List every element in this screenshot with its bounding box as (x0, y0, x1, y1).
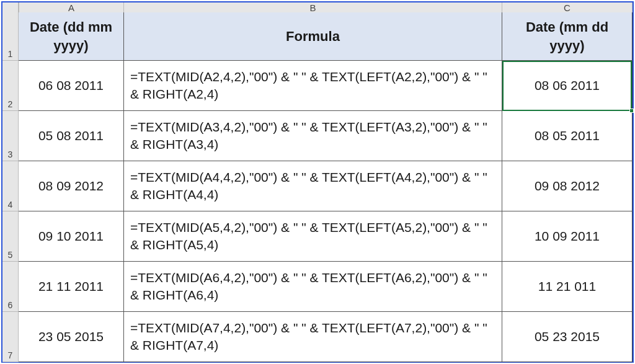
cell-C1[interactable]: Date (mm dd yyyy) (502, 12, 633, 61)
cell-B5[interactable]: =TEXT(MID(A5,4,2),"00") & " " & TEXT(LEF… (124, 211, 502, 262)
cell-A1[interactable]: Date (dd mm yyyy) (19, 12, 124, 61)
row-header-2[interactable]: 2 (2, 61, 19, 111)
cell-C6[interactable]: 11 21 011 (502, 262, 633, 312)
cell-B1[interactable]: Formula (124, 12, 502, 61)
cell-A2[interactable]: 06 08 2011 (19, 61, 124, 111)
cell-B2[interactable]: =TEXT(MID(A2,4,2),"00") & " " & TEXT(LEF… (124, 61, 502, 111)
cell-C5[interactable]: 10 09 2011 (502, 211, 633, 262)
cell-A3[interactable]: 05 08 2011 (19, 111, 124, 161)
spreadsheet-viewport[interactable]: A B C 1 Date (dd mm yyyy) Formula Date (… (1, 1, 634, 363)
cell-A4[interactable]: 08 09 2012 (19, 161, 124, 211)
row-header-1[interactable]: 1 (2, 12, 19, 61)
cell-A5[interactable]: 09 10 2011 (19, 211, 124, 262)
cell-C4[interactable]: 09 08 2012 (502, 161, 633, 211)
cell-A6[interactable]: 21 11 2011 (19, 262, 124, 312)
cell-C7[interactable]: 05 23 2015 (502, 312, 633, 362)
row-header-4[interactable]: 4 (2, 161, 19, 211)
row-header-7[interactable]: 7 (2, 312, 19, 362)
fill-handle[interactable] (629, 109, 634, 113)
row-header-5[interactable]: 5 (2, 211, 19, 262)
cell-B4[interactable]: =TEXT(MID(A4,4,2),"00") & " " & TEXT(LEF… (124, 161, 502, 211)
cell-B6[interactable]: =TEXT(MID(A6,4,2),"00") & " " & TEXT(LEF… (124, 262, 502, 312)
cell-A7[interactable]: 23 05 2015 (19, 312, 124, 362)
cell-B3[interactable]: =TEXT(MID(A3,4,2),"00") & " " & TEXT(LEF… (124, 111, 502, 161)
cell-C2[interactable]: 08 06 2011 (502, 61, 633, 111)
cell-B7[interactable]: =TEXT(MID(A7,4,2),"00") & " " & TEXT(LEF… (124, 312, 502, 362)
row-header-6[interactable]: 6 (2, 262, 19, 312)
row-header-3[interactable]: 3 (2, 111, 19, 161)
cell-C3[interactable]: 08 05 2011 (502, 111, 633, 161)
